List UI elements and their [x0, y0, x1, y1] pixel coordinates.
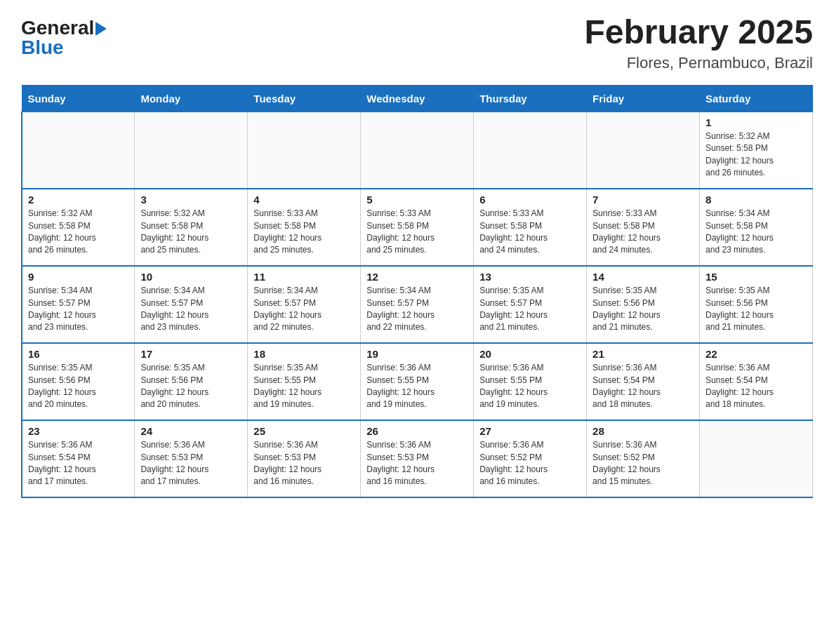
calendar-cell: 22Sunrise: 5:36 AM Sunset: 5:54 PM Dayli… — [700, 343, 813, 420]
calendar-cell: 12Sunrise: 5:34 AM Sunset: 5:57 PM Dayli… — [361, 266, 474, 343]
day-number: 25 — [253, 425, 355, 437]
day-info: Sunrise: 5:32 AM Sunset: 5:58 PM Dayligh… — [706, 130, 807, 180]
day-info: Sunrise: 5:35 AM Sunset: 5:56 PM Dayligh… — [140, 362, 241, 411]
day-number: 17 — [140, 348, 241, 360]
day-info: Sunrise: 5:36 AM Sunset: 5:53 PM Dayligh… — [366, 439, 468, 488]
day-info: Sunrise: 5:33 AM Sunset: 5:58 PM Dayligh… — [479, 208, 581, 257]
calendar-cell: 9Sunrise: 5:34 AM Sunset: 5:57 PM Daylig… — [22, 266, 135, 343]
page-subtitle: Flores, Pernambuco, Brazil — [584, 54, 813, 72]
calendar-cell: 8Sunrise: 5:34 AM Sunset: 5:58 PM Daylig… — [700, 189, 813, 266]
day-info: Sunrise: 5:36 AM Sunset: 5:53 PM Dayligh… — [140, 439, 241, 488]
calendar-cell: 7Sunrise: 5:33 AM Sunset: 5:58 PM Daylig… — [587, 189, 700, 266]
day-number: 24 — [140, 425, 241, 437]
day-header-wednesday: Wednesday — [361, 85, 474, 112]
day-info: Sunrise: 5:36 AM Sunset: 5:54 PM Dayligh… — [593, 362, 694, 411]
calendar-cell: 11Sunrise: 5:34 AM Sunset: 5:57 PM Dayli… — [248, 266, 361, 343]
calendar-cell: 19Sunrise: 5:36 AM Sunset: 5:55 PM Dayli… — [361, 343, 474, 420]
day-info: Sunrise: 5:33 AM Sunset: 5:58 PM Dayligh… — [593, 208, 694, 257]
calendar-cell: 14Sunrise: 5:35 AM Sunset: 5:56 PM Dayli… — [587, 266, 700, 343]
day-info: Sunrise: 5:35 AM Sunset: 5:56 PM Dayligh… — [593, 285, 694, 334]
logo-blue-text: Blue — [21, 38, 64, 58]
calendar-header-row: SundayMondayTuesdayWednesdayThursdayFrid… — [22, 85, 813, 112]
day-number: 11 — [253, 271, 355, 283]
day-info: Sunrise: 5:34 AM Sunset: 5:57 PM Dayligh… — [366, 285, 468, 334]
day-number: 20 — [479, 348, 581, 360]
day-header-friday: Friday — [587, 85, 700, 112]
day-info: Sunrise: 5:35 AM Sunset: 5:56 PM Dayligh… — [706, 285, 807, 334]
day-info: Sunrise: 5:33 AM Sunset: 5:58 PM Dayligh… — [366, 208, 468, 257]
calendar-cell — [135, 112, 248, 189]
day-number: 8 — [706, 194, 807, 206]
calendar-cell: 4Sunrise: 5:33 AM Sunset: 5:58 PM Daylig… — [248, 189, 361, 266]
calendar-cell: 26Sunrise: 5:36 AM Sunset: 5:53 PM Dayli… — [361, 420, 474, 497]
day-number: 23 — [28, 425, 128, 437]
day-number: 28 — [593, 425, 694, 437]
day-number: 21 — [593, 348, 694, 360]
calendar-cell: 13Sunrise: 5:35 AM Sunset: 5:57 PM Dayli… — [474, 266, 587, 343]
calendar-week-row: 16Sunrise: 5:35 AM Sunset: 5:56 PM Dayli… — [22, 343, 813, 420]
calendar-week-row: 23Sunrise: 5:36 AM Sunset: 5:54 PM Dayli… — [22, 420, 813, 497]
calendar-table: SundayMondayTuesdayWednesdayThursdayFrid… — [21, 85, 813, 499]
calendar-cell: 20Sunrise: 5:36 AM Sunset: 5:55 PM Dayli… — [474, 343, 587, 420]
day-info: Sunrise: 5:33 AM Sunset: 5:58 PM Dayligh… — [253, 208, 355, 257]
day-number: 16 — [28, 348, 128, 360]
calendar-cell: 27Sunrise: 5:36 AM Sunset: 5:52 PM Dayli… — [474, 420, 587, 497]
calendar-cell — [22, 112, 135, 189]
day-info: Sunrise: 5:36 AM Sunset: 5:54 PM Dayligh… — [28, 439, 128, 488]
calendar-cell: 17Sunrise: 5:35 AM Sunset: 5:56 PM Dayli… — [135, 343, 248, 420]
day-number: 12 — [366, 271, 468, 283]
day-header-tuesday: Tuesday — [248, 85, 361, 112]
day-number: 6 — [479, 194, 581, 206]
day-number: 19 — [366, 348, 468, 360]
day-info: Sunrise: 5:36 AM Sunset: 5:54 PM Dayligh… — [706, 362, 807, 411]
day-number: 14 — [593, 271, 694, 283]
calendar-cell — [361, 112, 474, 189]
day-header-thursday: Thursday — [474, 85, 587, 112]
day-info: Sunrise: 5:34 AM Sunset: 5:57 PM Dayligh… — [253, 285, 355, 334]
day-info: Sunrise: 5:34 AM Sunset: 5:58 PM Dayligh… — [706, 208, 807, 257]
calendar-cell: 23Sunrise: 5:36 AM Sunset: 5:54 PM Dayli… — [22, 420, 135, 497]
calendar-cell: 28Sunrise: 5:36 AM Sunset: 5:52 PM Dayli… — [587, 420, 700, 497]
day-number: 13 — [479, 271, 581, 283]
calendar-cell: 24Sunrise: 5:36 AM Sunset: 5:53 PM Dayli… — [135, 420, 248, 497]
calendar-cell: 21Sunrise: 5:36 AM Sunset: 5:54 PM Dayli… — [587, 343, 700, 420]
day-number: 10 — [140, 271, 241, 283]
calendar-cell — [248, 112, 361, 189]
day-info: Sunrise: 5:32 AM Sunset: 5:58 PM Dayligh… — [140, 208, 241, 257]
title-block: February 2025 Flores, Pernambuco, Brazil — [584, 14, 813, 72]
day-number: 22 — [706, 348, 807, 360]
logo-general-text: General — [21, 18, 94, 38]
logo: General Blue — [21, 14, 107, 58]
day-info: Sunrise: 5:35 AM Sunset: 5:55 PM Dayligh… — [253, 362, 355, 411]
day-number: 26 — [366, 425, 468, 437]
calendar-week-row: 2Sunrise: 5:32 AM Sunset: 5:58 PM Daylig… — [22, 189, 813, 266]
day-info: Sunrise: 5:35 AM Sunset: 5:57 PM Dayligh… — [479, 285, 581, 334]
day-number: 9 — [28, 271, 128, 283]
calendar-cell — [587, 112, 700, 189]
calendar-cell: 1Sunrise: 5:32 AM Sunset: 5:58 PM Daylig… — [700, 112, 813, 189]
day-info: Sunrise: 5:34 AM Sunset: 5:57 PM Dayligh… — [140, 285, 241, 334]
day-number: 15 — [706, 271, 807, 283]
day-info: Sunrise: 5:35 AM Sunset: 5:56 PM Dayligh… — [28, 362, 128, 411]
calendar-cell: 16Sunrise: 5:35 AM Sunset: 5:56 PM Dayli… — [22, 343, 135, 420]
calendar-cell: 18Sunrise: 5:35 AM Sunset: 5:55 PM Dayli… — [248, 343, 361, 420]
calendar-week-row: 9Sunrise: 5:34 AM Sunset: 5:57 PM Daylig… — [22, 266, 813, 343]
day-header-monday: Monday — [135, 85, 248, 112]
day-number: 4 — [253, 194, 355, 206]
calendar-cell: 10Sunrise: 5:34 AM Sunset: 5:57 PM Dayli… — [135, 266, 248, 343]
day-info: Sunrise: 5:32 AM Sunset: 5:58 PM Dayligh… — [28, 208, 128, 257]
day-number: 27 — [479, 425, 581, 437]
day-info: Sunrise: 5:36 AM Sunset: 5:52 PM Dayligh… — [593, 439, 694, 488]
calendar-cell: 15Sunrise: 5:35 AM Sunset: 5:56 PM Dayli… — [700, 266, 813, 343]
day-header-sunday: Sunday — [22, 85, 135, 112]
day-number: 3 — [140, 194, 241, 206]
calendar-cell — [700, 420, 813, 497]
day-number: 18 — [253, 348, 355, 360]
calendar-cell: 6Sunrise: 5:33 AM Sunset: 5:58 PM Daylig… — [474, 189, 587, 266]
day-info: Sunrise: 5:36 AM Sunset: 5:55 PM Dayligh… — [479, 362, 581, 411]
page-header: General Blue February 2025 Flores, Perna… — [21, 14, 813, 72]
day-number: 2 — [28, 194, 128, 206]
day-info: Sunrise: 5:36 AM Sunset: 5:52 PM Dayligh… — [479, 439, 581, 488]
calendar-cell: 3Sunrise: 5:32 AM Sunset: 5:58 PM Daylig… — [135, 189, 248, 266]
calendar-cell: 5Sunrise: 5:33 AM Sunset: 5:58 PM Daylig… — [361, 189, 474, 266]
